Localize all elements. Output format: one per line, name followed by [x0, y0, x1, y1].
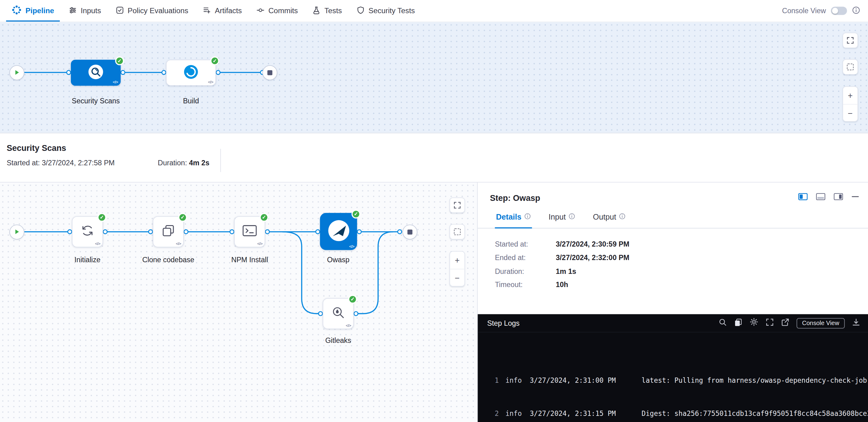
terminal-icon	[242, 224, 257, 239]
minimize-panel-icon[interactable]	[851, 193, 859, 202]
detail-value: 3/27/2024, 2:30:59 PM	[556, 240, 629, 248]
pipeline-start-node[interactable]	[9, 65, 25, 80]
detail-label: Duration:	[495, 267, 556, 275]
zoom-controls: + −	[842, 86, 858, 122]
stage-node-build[interactable]: ✓ </>	[166, 60, 216, 86]
search-icon[interactable]	[718, 318, 727, 328]
log-level: info	[505, 409, 530, 420]
stage-graph-canvas[interactable]: ✓ </> Security Scans ✓ </> Build + −	[0, 22, 868, 133]
inputs-icon	[68, 6, 77, 15]
download-icon[interactable]	[852, 318, 860, 328]
harness-logo-icon	[12, 5, 22, 17]
stage-duration: Duration: 4m 2s	[158, 159, 209, 167]
pipeline-end-node[interactable]	[262, 65, 277, 80]
tab-artifacts[interactable]: Artifacts	[195, 0, 249, 22]
layout-right-view-icon[interactable]	[834, 193, 843, 202]
step-logs-console: Step Logs	[477, 314, 868, 422]
stage-started-at: Started at: 3/27/2024, 2:27:58 PM	[7, 159, 115, 167]
success-check-badge: ✓	[210, 57, 219, 65]
detail-row: Timeout: 10h	[495, 278, 868, 291]
stage-end-node[interactable]	[402, 225, 417, 239]
zoom-selection-button[interactable]	[450, 224, 465, 239]
zoom-out-button[interactable]: −	[843, 104, 858, 121]
console-view-toggle[interactable]	[831, 7, 847, 15]
nav-tabs: Pipeline Inputs Policy Evaluations Artif…	[4, 0, 422, 22]
tab-security-tests[interactable]: Security Tests	[349, 0, 422, 22]
stage-node-security-scans[interactable]: ✓ </>	[71, 60, 121, 86]
log-message: latest: Pulling from harness/owasp-depen…	[642, 375, 868, 386]
success-check-badge: ✓	[351, 210, 360, 219]
console-view-button[interactable]: Console View	[797, 318, 845, 328]
step-label[interactable]: NPM Install	[214, 256, 285, 264]
clone-icon	[161, 224, 176, 240]
step-label[interactable]: Gitleaks	[302, 336, 374, 345]
selection-box-icon	[454, 228, 461, 235]
tab-details[interactable]: Details	[495, 208, 532, 228]
artifacts-icon	[203, 6, 211, 15]
stage-start-node[interactable]	[9, 225, 25, 239]
layout-split-view-icon[interactable]	[798, 193, 808, 202]
tab-policy-evaluations[interactable]: Policy Evaluations	[108, 0, 195, 22]
fullscreen-icon[interactable]	[766, 318, 774, 328]
tab-input[interactable]: Input	[548, 208, 577, 228]
detail-value: 1m 1s	[556, 267, 577, 275]
info-icon[interactable]	[524, 213, 531, 221]
gitleaks-icon	[331, 305, 346, 322]
log-line-number: 2	[491, 409, 499, 420]
panel-layout-controls	[798, 193, 859, 202]
zoom-in-button[interactable]: +	[450, 252, 464, 269]
step-panel-tabs: Details Input Output	[477, 204, 868, 228]
tab-tests[interactable]: Tests	[305, 0, 349, 22]
shield-icon	[356, 6, 365, 15]
zoom-out-button[interactable]: −	[450, 269, 464, 286]
build-icon	[184, 64, 198, 81]
step-node-clone-codebase[interactable]: ✓ </>	[153, 216, 184, 247]
refresh-icon	[81, 224, 95, 240]
step-node-npm-install[interactable]: ✓ </>	[234, 216, 265, 247]
nav-right: Console View	[782, 6, 860, 15]
tab-pipeline[interactable]: Pipeline	[4, 0, 61, 22]
fullscreen-button[interactable]	[450, 197, 465, 213]
tab-label: Policy Evaluations	[128, 7, 188, 15]
zoom-in-button[interactable]: +	[843, 87, 858, 104]
info-icon[interactable]	[852, 6, 860, 15]
tab-label: Output	[593, 213, 616, 221]
step-label[interactable]: Initialize	[52, 256, 123, 264]
step-node-gitleaks[interactable]: ✓ </>	[322, 298, 353, 329]
zoom-controls: + −	[450, 251, 465, 287]
info-icon[interactable]	[619, 213, 626, 221]
fullscreen-button[interactable]	[842, 33, 858, 48]
zoom-selection-button[interactable]	[842, 59, 858, 74]
stage-label[interactable]: Build	[152, 97, 229, 105]
code-icon: </>	[208, 80, 213, 84]
selection-box-icon	[847, 63, 854, 70]
step-panel-title: Step: Owasp	[490, 193, 540, 202]
code-icon: </>	[176, 241, 181, 246]
code-icon: </>	[113, 80, 118, 84]
tab-output[interactable]: Output	[592, 208, 627, 228]
duration-label: Duration:	[158, 159, 189, 167]
play-icon	[14, 227, 20, 237]
step-node-owasp[interactable]: ✓ </>	[320, 213, 357, 250]
log-line: 2info3/27/2024, 2:31:15 PMDigest: sha256…	[491, 409, 868, 420]
gear-icon[interactable]	[749, 317, 758, 328]
execution-graph-canvas[interactable]: ✓ </> Initialize ✓ </> Clone codebase ✓ …	[0, 183, 477, 422]
commits-icon	[256, 6, 265, 15]
stage-title: Security Scans	[7, 143, 66, 153]
tab-inputs[interactable]: Inputs	[61, 0, 108, 22]
step-logs-toolbar: Console View	[718, 317, 860, 328]
step-label[interactable]: Owasp	[302, 256, 374, 264]
code-icon: </>	[257, 241, 262, 246]
open-in-new-icon[interactable]	[781, 318, 789, 328]
stop-icon	[267, 70, 272, 75]
step-label[interactable]: Clone codebase	[132, 256, 204, 264]
tab-commits[interactable]: Commits	[249, 0, 305, 22]
copy-icon[interactable]	[734, 318, 742, 328]
stage-label[interactable]: Security Scans	[57, 97, 134, 105]
layout-bottom-view-icon[interactable]	[816, 193, 825, 202]
info-icon[interactable]	[568, 213, 575, 221]
step-node-initialize[interactable]: ✓ </>	[72, 216, 103, 247]
log-level: info	[505, 375, 530, 386]
log-lines[interactable]: 1info3/27/2024, 2:31:00 PMlatest: Pullin…	[477, 332, 868, 422]
step-logs-header: Step Logs	[477, 314, 868, 332]
